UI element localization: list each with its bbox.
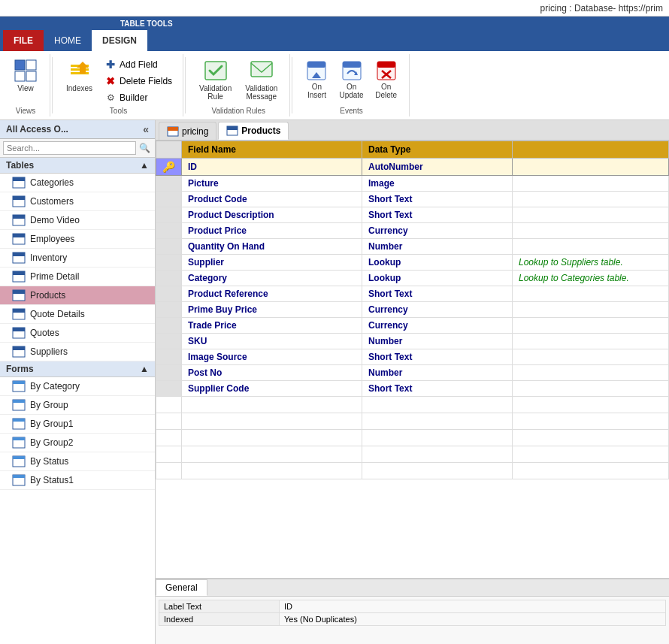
field-name-cell[interactable]: Product Description [182,207,362,223]
description-cell[interactable] [513,349,669,365]
sidebar-item-inventory[interactable]: Inventory [0,249,155,268]
description-cell[interactable] [513,176,669,192]
validation-rule-button[interactable]: ValidationRule [193,56,238,104]
sidebar-item-employees[interactable]: Employees [0,230,155,249]
sidebar-section-tables[interactable]: Tables ▲ [0,158,155,174]
sidebar-item-products[interactable]: Products [0,286,155,305]
sidebar-item-categories[interactable]: Categories [0,174,155,192]
description-cell[interactable]: Lookup to Categories table. [513,271,669,286]
table-row[interactable]: Product ReferenceShort Text [156,286,669,302]
field-name-cell[interactable]: Trade Price [182,318,362,334]
sidebar-item-suppliers[interactable]: Suppliers [0,343,155,361]
field-name-cell[interactable]: Product Reference [182,286,362,302]
data-type-cell[interactable]: Short Text [362,381,513,397]
prop-value[interactable]: ID [280,600,666,613]
data-type-cell[interactable]: Short Text [362,192,513,207]
sidebar-item-customers[interactable]: Customers [0,192,155,211]
validation-message-button[interactable]: ValidationMessage [239,56,283,104]
field-name-cell[interactable]: Supplier Code [182,381,362,397]
table-row[interactable]: Product DescriptionShort Text [156,207,669,223]
sidebar-item-quotes[interactable]: Quotes [0,324,155,343]
field-name-cell[interactable]: ID [182,159,362,176]
table-row[interactable]: Post NoNumber [156,365,669,381]
field-name-cell[interactable]: Picture [182,176,362,192]
description-cell[interactable] [513,207,669,223]
tab-design[interactable]: DESIGN [92,30,147,51]
description-cell[interactable]: Lookup to Suppliers table. [513,255,669,271]
sidebar-section-forms[interactable]: Forms ▲ [0,361,155,377]
field-name-cell[interactable]: Image Source [182,349,362,365]
sidebar-item-by-group2[interactable]: By Group2 [0,434,155,452]
indexes-button[interactable]: Indexes [60,56,98,95]
data-type-cell[interactable]: Short Text [362,349,513,365]
table-row[interactable]: Trade PriceCurrency [156,318,669,334]
sidebar-item-prime-detail[interactable]: Prime Detail [0,268,155,286]
table-row[interactable]: 🔑IDAutoNumber [156,159,669,176]
data-type-cell[interactable]: Currency [362,318,513,334]
delete-fields-button[interactable]: ✖ Delete Fields [100,74,177,89]
description-cell[interactable] [513,334,669,349]
table-row[interactable]: SupplierLookupLookup to Suppliers table. [156,255,669,271]
data-type-cell[interactable]: Lookup [362,255,513,271]
field-name-cell[interactable]: SKU [182,334,362,349]
table-row[interactable]: Product CodeShort Text [156,192,669,207]
description-cell[interactable] [513,302,669,318]
tab-pricing[interactable]: pricing [159,122,216,140]
sidebar-item-demo-video[interactable]: Demo Video [0,211,155,230]
field-name-cell[interactable]: Post No [182,365,362,381]
sidebar-item-by-group1[interactable]: By Group1 [0,415,155,434]
sidebar-item-by-category[interactable]: By Category [0,377,155,396]
tab-products[interactable]: Products [218,122,289,140]
description-cell[interactable] [513,223,669,239]
table-row[interactable]: Prime Buy PriceCurrency [156,302,669,318]
add-field-button[interactable]: ✚ Add Field [100,57,177,72]
view-button[interactable]: View [8,56,44,95]
description-cell[interactable] [513,192,669,207]
data-type-cell[interactable]: Number [362,334,513,349]
table-row[interactable]: CategoryLookupLookup to Categories table… [156,271,669,286]
table-row[interactable]: PictureImage [156,176,669,192]
field-name-cell[interactable]: Quantity On Hand [182,239,362,255]
on-delete-button[interactable]: OnDelete [370,56,403,102]
data-type-cell[interactable]: Currency [362,223,513,239]
field-name-cell[interactable]: Category [182,271,362,286]
data-type-cell[interactable]: AutoNumber [362,159,513,176]
tab-home[interactable]: HOME [44,30,92,51]
description-cell[interactable] [513,286,669,302]
description-cell[interactable] [513,159,669,176]
search-input[interactable] [3,141,136,155]
data-type-cell[interactable]: Image [362,176,513,192]
sidebar-item-by-status1[interactable]: By Status1 [0,471,155,490]
data-type-cell[interactable]: Short Text [362,207,513,223]
on-update-button[interactable]: OnUpdate [334,56,368,102]
field-name-cell[interactable]: Product Code [182,192,362,207]
data-type-cell[interactable]: Lookup [362,271,513,286]
description-cell[interactable] [513,239,669,255]
sidebar-item-by-group[interactable]: By Group [0,396,155,415]
table-row[interactable]: Quantity On HandNumber [156,239,669,255]
description-cell[interactable] [513,381,669,397]
sidebar-item-by-status[interactable]: By Status [0,452,155,471]
search-icon[interactable]: 🔍 [138,141,152,155]
on-insert-button[interactable]: OnInsert [300,56,333,102]
sidebar-item-quote-details[interactable]: Quote Details [0,305,155,324]
sidebar-collapse-button[interactable]: « [143,123,149,135]
field-name-cell[interactable]: Supplier [182,255,362,271]
table-row[interactable]: Product PriceCurrency [156,223,669,239]
description-cell[interactable] [513,365,669,381]
data-type-cell[interactable]: Short Text [362,286,513,302]
builder-button[interactable]: ⚙ Builder [100,90,177,105]
field-name-cell[interactable]: Prime Buy Price [182,302,362,318]
table-row[interactable]: Supplier CodeShort Text [156,381,669,397]
field-name-cell[interactable]: Product Price [182,223,362,239]
row-indicator [156,334,182,349]
data-type-cell[interactable]: Currency [362,302,513,318]
tab-file[interactable]: FILE [3,30,44,51]
data-type-cell[interactable]: Number [362,239,513,255]
data-type-cell[interactable]: Number [362,365,513,381]
prop-value[interactable]: Yes (No Duplicates) [280,613,666,626]
table-row[interactable]: Image SourceShort Text [156,349,669,365]
table-row[interactable]: SKUNumber [156,334,669,349]
general-tab[interactable]: General [156,579,207,596]
description-cell[interactable] [513,318,669,334]
